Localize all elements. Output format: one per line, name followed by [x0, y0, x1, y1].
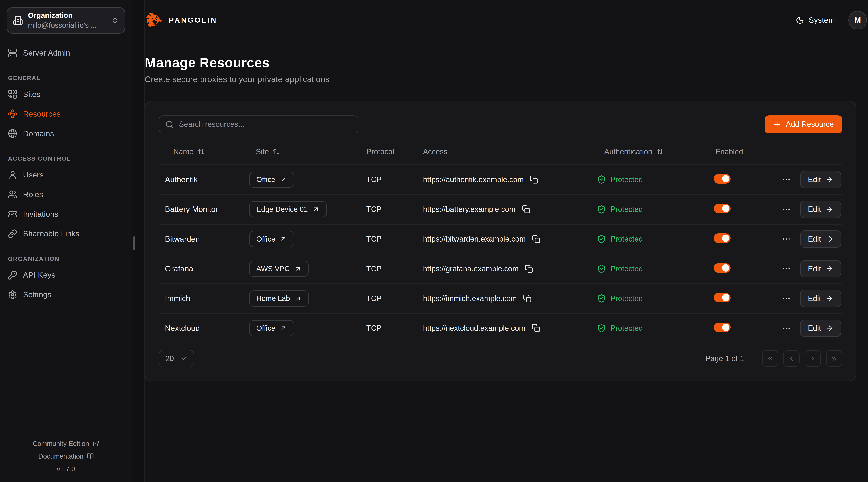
sidebar-item-settings[interactable]: Settings [7, 288, 125, 302]
arrow-right-icon [826, 265, 833, 272]
combine-icon [8, 90, 18, 99]
edit-button[interactable]: Edit [800, 290, 841, 307]
column-header-name: Name [159, 139, 246, 165]
access-url: https://authentik.example.com [423, 175, 524, 184]
brand[interactable]: PANGOLIN [145, 11, 217, 30]
edit-button[interactable]: Edit [800, 260, 841, 278]
row-menu-button[interactable] [781, 294, 791, 303]
org-selector-value: milo@fossorial.io's ... [28, 21, 97, 30]
resource-name-cell: Authentik [159, 165, 246, 194]
site-link-button[interactable]: Office [249, 320, 294, 336]
enabled-toggle[interactable] [714, 323, 731, 332]
sidebar-section: ACCESS CONTROL Users Roles Invitations S… [7, 146, 125, 246]
access-url: https://bitwarden.example.com [423, 235, 526, 243]
protocol-cell: TCP [357, 313, 414, 343]
table-row: Immich Home Lab TCP https://immich.examp… [159, 284, 842, 313]
topbar-right: System M [796, 11, 867, 30]
protocol-value: TCP [366, 175, 381, 184]
sort-icon[interactable] [656, 148, 663, 155]
copy-icon [532, 235, 540, 243]
sidebar-item-domains[interactable]: Domains [7, 127, 125, 140]
row-menu-button[interactable] [781, 264, 791, 274]
avatar[interactable]: M [848, 11, 867, 30]
column-header-site: Site [246, 139, 357, 165]
enabled-toggle[interactable] [714, 263, 731, 273]
page-subtitle: Create secure proxies to your private ap… [145, 74, 856, 84]
arrow-up-right-icon [280, 176, 287, 183]
copy-icon [525, 265, 533, 273]
page-size-select[interactable]: 20 [159, 350, 194, 367]
edit-button[interactable]: Edit [800, 320, 841, 337]
sidebar-section-title: GENERAL [8, 75, 124, 82]
brand-name: PANGOLIN [169, 16, 217, 24]
sidebar-item-api-keys[interactable]: API Keys [7, 268, 125, 282]
site-link-button[interactable]: Home Lab [249, 290, 309, 307]
org-selector-label: Organization [28, 10, 97, 21]
toggle-knob [722, 234, 729, 242]
copy-url-button[interactable] [530, 175, 538, 184]
copy-url-button[interactable] [523, 294, 531, 302]
edit-button-label: Edit [808, 294, 821, 303]
first-page-button[interactable] [762, 350, 778, 367]
add-resource-button[interactable]: Add Resource [765, 116, 842, 133]
resource-name-cell: Battery Monitor [159, 194, 246, 224]
last-page-button[interactable] [826, 350, 842, 367]
authentication-status: Protected [610, 265, 643, 273]
edit-button[interactable]: Edit [800, 200, 841, 218]
site-link-button[interactable]: Office [249, 231, 294, 247]
enabled-toggle[interactable] [714, 233, 731, 243]
access-url: https://nextcloud.example.com [423, 324, 525, 332]
site-link-button[interactable]: Edge Device 01 [249, 201, 327, 217]
sort-icon[interactable] [273, 148, 280, 155]
page-title: Manage Resources [145, 55, 856, 70]
arrow-up-right-icon [280, 325, 287, 332]
table-row: Bitwarden Office TCP https://bitwarden.e… [159, 224, 842, 254]
sidebar-resize-handle[interactable] [133, 236, 135, 250]
sort-icon[interactable] [197, 148, 205, 155]
protocol-value: TCP [366, 324, 381, 332]
search-input[interactable] [179, 120, 352, 129]
org-selector[interactable]: Organization milo@fossorial.io's ... [7, 7, 125, 34]
copy-url-button[interactable] [532, 235, 540, 243]
row-menu-button[interactable] [781, 323, 791, 333]
card-footer: 20 Page 1 of 1 [159, 350, 842, 367]
community-edition-link[interactable]: Community Edition [7, 440, 125, 447]
sidebar-item-shareable-links[interactable]: Shareable Links [7, 227, 125, 241]
toggle-knob [722, 294, 729, 301]
copy-url-button[interactable] [522, 205, 530, 214]
ellipsis-icon [781, 204, 791, 214]
copy-url-button[interactable] [525, 265, 533, 273]
building-icon [13, 15, 23, 26]
copy-url-button[interactable] [532, 324, 540, 332]
site-link-button[interactable]: Office [249, 171, 294, 188]
sidebar-item-roles[interactable]: Roles [7, 188, 125, 202]
chevrons-left-icon [767, 355, 774, 362]
protocol-value: TCP [366, 235, 381, 243]
sidebar-item-invitations[interactable]: Invitations [7, 207, 125, 221]
prev-page-button[interactable] [783, 350, 800, 367]
sidebar-item-users[interactable]: Users [7, 168, 125, 182]
pager: Page 1 of 1 [705, 350, 842, 367]
copy-icon [522, 205, 530, 214]
column-header-access: Access [414, 139, 593, 165]
theme-toggle[interactable]: System [796, 15, 835, 25]
row-menu-button[interactable] [781, 175, 791, 185]
main-area: PANGOLIN System M Manage Resources Creat… [145, 0, 868, 482]
enabled-toggle[interactable] [714, 293, 731, 302]
sidebar-section: Server Admin [7, 46, 125, 66]
next-page-button[interactable] [805, 350, 821, 367]
resource-name: Grafana [165, 264, 193, 273]
row-menu-button[interactable] [781, 234, 791, 244]
documentation-link[interactable]: Documentation [7, 452, 125, 460]
enabled-toggle[interactable] [714, 174, 731, 184]
edit-button[interactable]: Edit [800, 230, 841, 248]
arrow-up-right-icon [312, 205, 319, 213]
search-box [159, 116, 359, 133]
row-menu-button[interactable] [781, 204, 791, 214]
sidebar-item-resources[interactable]: Resources [7, 107, 125, 121]
sidebar-item-sites[interactable]: Sites [7, 87, 125, 101]
edit-button[interactable]: Edit [800, 171, 841, 188]
site-link-button[interactable]: AWS VPC [249, 261, 309, 277]
enabled-toggle[interactable] [714, 204, 731, 213]
sidebar-item-server-admin[interactable]: Server Admin [7, 46, 125, 60]
